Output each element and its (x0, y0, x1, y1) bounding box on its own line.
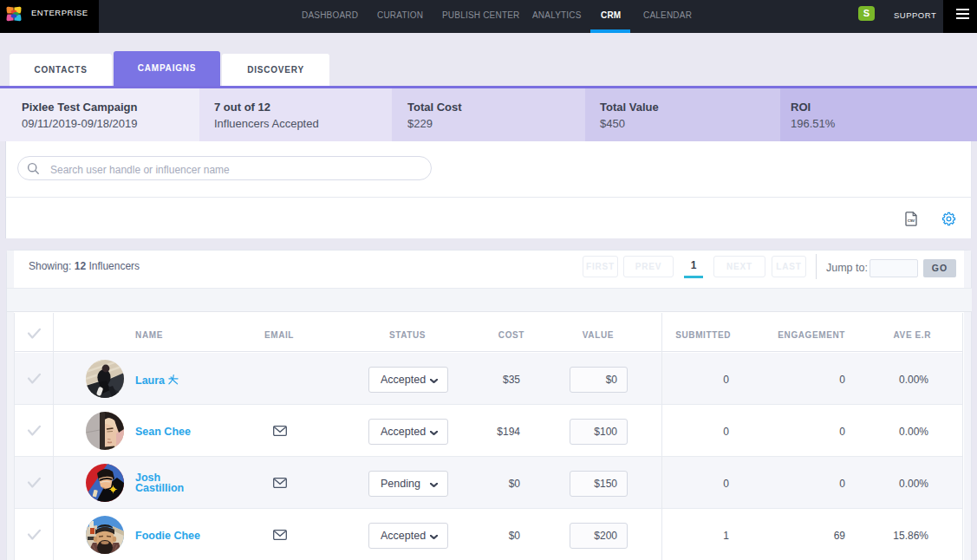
svg-text:CSV: CSV (908, 218, 915, 223)
